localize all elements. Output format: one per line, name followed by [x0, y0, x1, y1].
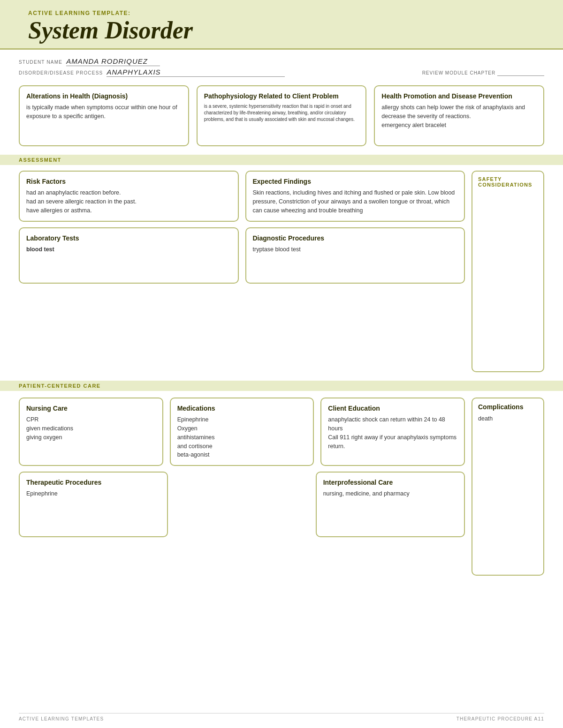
safety-box: SafetyConsiderations: [472, 171, 544, 372]
student-name-label: Student Name: [19, 60, 62, 65]
card-risk-factors-body: had an anaphylactic reaction before. had…: [26, 188, 231, 215]
header: Active Learning Template: System Disorde…: [0, 0, 563, 50]
disorder-value: Anaphylaxis: [107, 68, 285, 77]
card-alterations-title: Alterations in Health (Diagnosis): [26, 92, 182, 100]
assessment-section-bar: Assessment: [0, 155, 563, 165]
top-boxes: Alterations in Health (Diagnosis) is typ…: [19, 85, 544, 146]
safety-title: SafetyConsiderations: [478, 176, 538, 188]
card-pathophysiology-body: is a severe, systemic hypersensitivity r…: [204, 103, 359, 123]
assessment-row-2: Laboratory Tests blood test Diagnostic P…: [19, 227, 465, 284]
review-module-value: [497, 70, 544, 76]
card-laboratory-tests-body: blood test: [26, 245, 231, 254]
disorder-label: Disorder/Disease Process: [19, 70, 103, 75]
card-interprofessional-care: Interprofessional Care nursing, medicine…: [316, 472, 465, 537]
pcc-section-bar: Patient-Centered Care: [0, 381, 563, 391]
pcc-row-2: Therapeutic Procedures Epinephrine Inter…: [19, 472, 465, 537]
card-interprofessional-care-title: Interprofessional Care: [323, 478, 457, 487]
review-module: Review Module Chapter: [422, 70, 544, 76]
footer-right: Therapeutic Procedure A11: [456, 716, 544, 721]
pcc-side: Complications death: [472, 398, 544, 576]
pcc-row-1: Nursing Care CPR given medications givin…: [19, 398, 465, 466]
card-expected-findings: Expected Findings Skin reactions, includ…: [245, 171, 465, 221]
card-diagnostic-procedures-body: tryptase blood test: [253, 245, 458, 254]
complications-title: Complications: [478, 403, 538, 411]
assessment-wrap: Risk Factors had an anaphylactic reactio…: [19, 171, 544, 372]
card-medications: Medications Epinephrine Oxygen antihista…: [170, 398, 314, 466]
card-medications-title: Medications: [177, 404, 307, 413]
card-nursing-care-title: Nursing Care: [26, 404, 156, 413]
footer: Active Learning Templates Therapeutic Pr…: [19, 713, 544, 721]
student-name-value: Amanda Rodriquez: [66, 57, 160, 66]
card-alterations: Alterations in Health (Diagnosis) is typ…: [19, 85, 189, 146]
assessment-label: Assessment: [19, 157, 61, 163]
header-title: System Disorder: [28, 17, 535, 44]
card-interprofessional-care-body: nursing, medicine, and pharmacy: [323, 489, 457, 498]
card-diagnostic-procedures: Diagnostic Procedures tryptase blood tes…: [245, 227, 465, 284]
card-expected-findings-title: Expected Findings: [253, 177, 458, 186]
card-risk-factors: Risk Factors had an anaphylactic reactio…: [19, 171, 239, 221]
card-diagnostic-procedures-title: Diagnostic Procedures: [253, 234, 458, 242]
review-module-label: Review Module Chapter: [422, 70, 496, 75]
assessment-row-1: Risk Factors had an anaphylactic reactio…: [19, 171, 465, 221]
card-health-promotion-body: allergy shots can help lower the risk of…: [381, 103, 537, 129]
pcc-main: Nursing Care CPR given medications givin…: [19, 398, 465, 576]
card-client-education: Client Education anaphylactic shock can …: [320, 398, 465, 466]
disorder-row: Disorder/Disease Process Anaphylaxis Rev…: [19, 68, 544, 77]
card-laboratory-tests-title: Laboratory Tests: [26, 234, 231, 242]
card-client-education-title: Client Education: [328, 404, 457, 413]
student-info: Student Name Amanda Rodriquez Disorder/D…: [19, 50, 544, 81]
complications-box: Complications death: [472, 398, 544, 576]
card-alterations-body: is typically made when symptoms occur wi…: [26, 103, 182, 121]
card-therapeutic-procedures-body: Epinephrine: [26, 489, 160, 498]
card-health-promotion: Health Promotion and Disease Prevention …: [374, 85, 544, 146]
card-nursing-care-body: CPR given medications giving oxygen: [26, 415, 156, 442]
card-client-education-body: anaphylactic shock can return within 24 …: [328, 415, 457, 450]
pcc-wrap: Nursing Care CPR given medications givin…: [19, 398, 544, 576]
page: Active Learning Template: System Disorde…: [0, 0, 563, 728]
card-pathophysiology: Pathophysiology Related to Client Proble…: [197, 85, 367, 146]
header-subtitle: Active Learning Template:: [28, 10, 131, 16]
card-expected-findings-body: Skin reactions, including hives and itch…: [253, 188, 458, 215]
card-pathophysiology-title: Pathophysiology Related to Client Proble…: [204, 92, 359, 100]
pcc-label: Patient-Centered Care: [19, 383, 101, 389]
card-health-promotion-title: Health Promotion and Disease Prevention: [381, 92, 537, 100]
card-medications-body: Epinephrine Oxygen antihistamines and co…: [177, 415, 307, 459]
card-therapeutic-procedures: Therapeutic Procedures Epinephrine: [19, 472, 168, 537]
pcc-middle-spacer: [175, 472, 309, 537]
student-name-row: Student Name Amanda Rodriquez: [19, 57, 544, 66]
footer-left: Active Learning Templates: [19, 716, 104, 721]
card-nursing-care: Nursing Care CPR given medications givin…: [19, 398, 163, 466]
assessment-side: SafetyConsiderations: [472, 171, 544, 372]
card-laboratory-tests: Laboratory Tests blood test: [19, 227, 239, 284]
complications-body: death: [478, 414, 538, 423]
card-therapeutic-procedures-title: Therapeutic Procedures: [26, 478, 160, 487]
assessment-main: Risk Factors had an anaphylactic reactio…: [19, 171, 465, 372]
card-risk-factors-title: Risk Factors: [26, 177, 231, 186]
